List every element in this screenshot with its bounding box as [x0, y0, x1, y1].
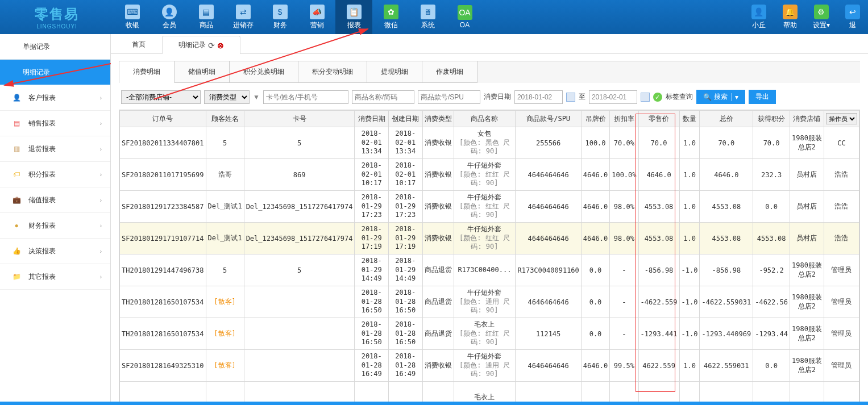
sidebar-item-储值报表[interactable]: 💼储值报表›	[0, 187, 110, 213]
cell: 4646.0	[581, 350, 609, 382]
cell: [散客]	[206, 350, 244, 382]
tab-label: 首页	[132, 40, 146, 49]
table-row[interactable]: SF201802011017195699浩哥8692018-02-0110:17…	[120, 159, 859, 191]
nav-icon: 📣	[310, 5, 325, 19]
table-row[interactable]: SF201802011334407801552018-02-0113:34201…	[120, 127, 859, 159]
page-tab-明细记录[interactable]: 明细记录⟳⊗	[162, 36, 240, 54]
sidebar-label: 财务报表	[28, 221, 56, 231]
cell: 2018-01-2816:50	[388, 318, 422, 350]
cell: 255566	[516, 127, 581, 159]
cell	[120, 382, 206, 402]
keyword-card-input[interactable]	[263, 90, 348, 104]
cell	[700, 382, 753, 402]
cell: [散客]	[206, 286, 244, 318]
sidebar-item-销售报表[interactable]: ▤销售报表›	[0, 111, 110, 136]
type-select[interactable]: 消费类型	[204, 90, 250, 104]
sidebar-item-单据记录[interactable]: 单据记录	[0, 34, 110, 60]
close-icon[interactable]: ⊗	[217, 41, 224, 50]
keyword-sku-input[interactable]	[418, 90, 480, 104]
nav-right-小丘[interactable]: 👤小丘	[743, 0, 774, 34]
store-select[interactable]: -全部消费店铺-	[121, 90, 201, 104]
cell: 4646.0	[638, 159, 679, 191]
table-row[interactable]: TH201801281650107534[散客]2018-01-2816:502…	[120, 286, 859, 318]
nav-icon: OA	[458, 5, 472, 20]
cell: -4622.559	[638, 286, 679, 318]
col-header: 零售价	[638, 111, 679, 127]
sidebar-item-客户报表[interactable]: 👤客户报表›	[0, 85, 110, 111]
cell	[581, 382, 609, 402]
table-row[interactable]: SF201801291723384587Del_测试1Del_12345698_…	[120, 191, 859, 223]
sub-tab-作废明细[interactable]: 作废明细	[422, 61, 477, 83]
cell: -952.2	[753, 254, 790, 286]
cell: R173C00400...	[454, 254, 516, 286]
sub-tab-提现明细[interactable]: 提现明细	[367, 61, 422, 83]
nav-right-设置[interactable]: ⚙设置▾	[805, 0, 837, 34]
sidebar-item-其它报表[interactable]: 📁其它报表›	[0, 264, 110, 290]
nav-进销存[interactable]: ⇄进销存	[225, 0, 261, 34]
sidebar-icon: 🏷	[11, 169, 22, 179]
cell: [散客]	[206, 318, 244, 350]
sub-tab-积分兑换明细[interactable]: 积分兑换明细	[230, 61, 298, 83]
date-from-input[interactable]	[514, 90, 563, 104]
cell: -	[610, 286, 638, 318]
cell: 牛仔短外套[颜色: 通用 尺码: 90]	[454, 286, 516, 318]
chevron-right-icon: ›	[100, 197, 102, 203]
cell	[244, 350, 355, 382]
tag-query-link[interactable]: 标签查询	[666, 92, 693, 102]
sidebar-item-决策报表[interactable]: 👍决策报表›	[0, 239, 110, 264]
cell: 98.0%	[610, 191, 638, 223]
table-row[interactable]: 毛衣上	[120, 382, 859, 402]
col-header: 卡号	[244, 111, 355, 127]
table-row[interactable]: TH201801281650107534[散客]2018-01-2816:502…	[120, 318, 859, 350]
nav-商品[interactable]: ▤商品	[188, 0, 225, 34]
sidebar-item-财务报表[interactable]: ●财务报表›	[0, 213, 110, 239]
check-icon[interactable]: ✓	[653, 93, 662, 102]
nav-微信[interactable]: ✿微信	[372, 0, 409, 34]
nav-icon: 🖥	[421, 5, 435, 19]
keyword-product-input[interactable]	[352, 90, 414, 104]
sidebar-label: 退货报表	[28, 144, 56, 154]
nav-系统[interactable]: 🖥系统	[409, 0, 446, 34]
table-row[interactable]: TH201801291447496738552018-01-2914:49201…	[120, 254, 859, 286]
sidebar-item-退货报表[interactable]: ▥退货报表›	[0, 136, 110, 162]
nav-营销[interactable]: 📣营销	[298, 0, 335, 34]
cell: 2018-01-2816:49	[388, 350, 422, 382]
cell: 浩浩	[824, 223, 859, 254]
page-tab-首页[interactable]: 首页	[115, 35, 162, 53]
cell: 1.0	[679, 127, 700, 159]
cell: 2018-01-2816:50	[355, 318, 389, 350]
cell: -1293.440969	[700, 318, 753, 350]
nav-收银[interactable]: ⌨收银	[114, 0, 151, 34]
search-button[interactable]: 🔍 搜索▾	[696, 90, 745, 104]
nav-会员[interactable]: 👤会员	[151, 0, 188, 34]
date-to-input[interactable]	[589, 90, 637, 104]
cell: 98.0%	[610, 223, 638, 254]
nav-报表[interactable]: 📋报表	[335, 0, 372, 34]
sub-tab-消费明细[interactable]: 消费明细	[119, 61, 175, 83]
cell: Del_12345698_1517276417974	[244, 223, 355, 254]
refresh-icon[interactable]: ⟳	[208, 41, 215, 50]
nav-label: 进销存	[233, 20, 254, 30]
sub-tab-储值明细[interactable]: 储值明细	[175, 61, 230, 83]
cell: 2018-01-2917:19	[355, 223, 389, 254]
calendar-icon[interactable]	[641, 93, 650, 102]
nav-right-退[interactable]: ↩退	[837, 0, 868, 34]
nav-OA[interactable]: OAOA	[446, 0, 483, 34]
operator-select[interactable]: 操作员	[826, 113, 857, 124]
cell	[516, 382, 581, 402]
export-button[interactable]: 导出	[749, 90, 776, 104]
nav-label: 商品	[200, 20, 213, 30]
sidebar-item-明细记录[interactable]: 明细记录	[0, 60, 110, 85]
calendar-icon[interactable]	[566, 93, 575, 102]
nav-right-帮助[interactable]: 🔔帮助	[774, 0, 805, 34]
table-row[interactable]: SF201801281649325310[散客]2018-01-2816:492…	[120, 350, 859, 382]
toolbar: -全部消费店铺- 消费类型 ▼ 消费日期 至 ✓ 标签查询 🔍 搜索▾ 导出	[119, 83, 860, 110]
cell: 99.5%	[610, 350, 638, 382]
sidebar-item-积分报表[interactable]: 🏷积分报表›	[0, 162, 110, 187]
logo-main: 零售易	[35, 5, 79, 23]
nav-财务[interactable]: $财务	[261, 0, 298, 34]
sidebar: 单据记录明细记录👤客户报表›▤销售报表›▥退货报表›🏷积分报表›💼储值报表›●财…	[0, 34, 111, 402]
table-row[interactable]: SF201801291719107714Del_测试1Del_12345698_…	[120, 223, 859, 254]
cell: 牛仔短外套[颜色: 红红 尺码: 90]	[454, 159, 516, 191]
sub-tab-积分变动明细[interactable]: 积分变动明细	[298, 61, 367, 83]
